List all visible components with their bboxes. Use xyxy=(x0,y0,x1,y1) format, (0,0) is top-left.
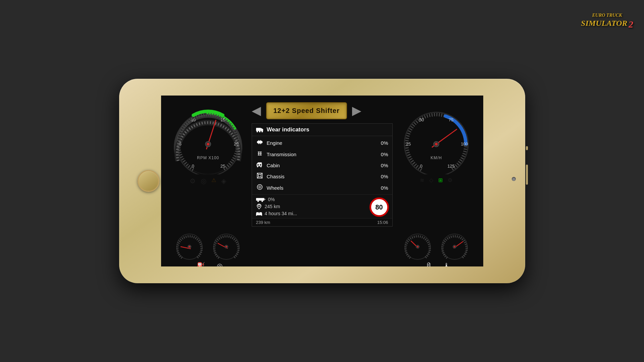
engine-icon xyxy=(256,139,263,146)
ets2-logo: EURO TRUCK SIMULATOR 2 xyxy=(580,7,634,34)
svg-rect-20 xyxy=(260,140,261,141)
trailer-row: 0% xyxy=(256,197,388,202)
svg-point-15 xyxy=(256,131,258,132)
wheels-label: Wheels xyxy=(267,185,371,191)
svg-text:50: 50 xyxy=(419,117,424,122)
svg-rect-45 xyxy=(256,198,264,201)
svg-point-73 xyxy=(226,246,227,248)
svg-rect-18 xyxy=(257,141,262,143)
chassis-label: Chassis xyxy=(267,174,371,179)
right-gauges: 0 25 50 75 100 125 xyxy=(396,101,477,227)
svg-point-17 xyxy=(261,131,263,132)
cabin-label: Cabin xyxy=(267,163,371,168)
cabin-icon xyxy=(256,162,263,169)
bed-icon xyxy=(256,211,262,216)
wear-item-cabin: Cabin 0% xyxy=(252,160,392,170)
speed-gauge-container: 0 25 50 75 100 125 xyxy=(396,101,477,174)
time-remaining: 4 hours 34 mi... xyxy=(265,211,297,216)
engine-label: Engine xyxy=(267,140,371,146)
small-gauge-icons-right: 🛢 🌡 xyxy=(422,262,450,266)
svg-rect-37 xyxy=(258,174,261,177)
svg-point-34 xyxy=(257,166,258,167)
top-row: ◀ 12+2 Speed Shifter ▶ xyxy=(252,101,393,121)
camera-button xyxy=(526,146,528,150)
home-button[interactable] xyxy=(138,170,159,192)
svg-marker-14 xyxy=(260,128,263,131)
wear-title: Wear indicators xyxy=(267,126,309,133)
small-gauge-icons-left: ⛽ ◎ xyxy=(193,262,222,266)
wear-item-wheels: Wheels 0% xyxy=(252,182,392,193)
svg-rect-19 xyxy=(258,140,259,141)
wear-items-list: Engine 0% xyxy=(252,136,392,194)
small-gauges-left-row xyxy=(174,230,242,260)
wheels-icon xyxy=(256,184,263,191)
power-button[interactable] xyxy=(526,165,528,185)
svg-point-46 xyxy=(257,200,258,202)
svg-text:100: 100 xyxy=(461,141,468,146)
svg-rect-52 xyxy=(259,212,262,214)
distance-value: 245 km xyxy=(265,204,280,209)
svg-point-11 xyxy=(207,143,209,145)
transmission-value: 0% xyxy=(375,152,388,157)
next-arrow[interactable]: ▶ xyxy=(352,104,361,118)
warning-light-service: ⚙ xyxy=(448,177,452,185)
phone-frame: 0 5 10 15 20 25 xyxy=(119,79,525,283)
svg-text:0: 0 xyxy=(420,164,422,169)
svg-point-44 xyxy=(259,187,260,188)
truck-icon xyxy=(256,127,263,133)
temp-gauge xyxy=(439,230,470,260)
oil-gauge xyxy=(402,230,434,260)
rpm-gauge-svg: 0 5 10 15 20 25 xyxy=(168,101,248,174)
temperature-icon: 🌡 xyxy=(443,262,450,266)
trailer-icon xyxy=(256,197,265,202)
warning-lights-left: ⚙ ◎ ⚠ ◈ xyxy=(190,176,226,186)
status-bar: 239 km 15:06 xyxy=(252,218,392,226)
svg-rect-33 xyxy=(260,164,261,166)
svg-point-69 xyxy=(189,246,190,248)
svg-text:25: 25 xyxy=(220,164,225,169)
warning-light-circle: ◎ xyxy=(201,177,206,185)
transmission-icon xyxy=(256,150,263,158)
svg-point-77 xyxy=(417,246,418,248)
svg-point-49 xyxy=(258,204,260,206)
shifter-display: 12+2 Speed Shifter xyxy=(266,102,347,119)
speed-limit-badge: 80 xyxy=(369,197,389,217)
cabin-value: 0% xyxy=(375,163,388,168)
wear-item-chassis: Chassis 0% xyxy=(252,171,392,182)
phone-screen: 0 5 10 15 20 25 xyxy=(161,96,483,266)
svg-rect-21 xyxy=(257,141,257,143)
warning-light-alert: ⚠ xyxy=(211,177,216,185)
svg-rect-32 xyxy=(257,164,258,166)
dashboard: 0 5 10 15 20 25 xyxy=(161,96,483,266)
wear-item-transmission: Transmission 0% xyxy=(252,149,392,160)
speed-gauge-svg: 0 25 50 75 100 125 xyxy=(396,101,477,174)
fuel-gauge xyxy=(174,230,205,260)
chassis-icon xyxy=(256,173,263,180)
wear-indicators-panel: Wear indicators xyxy=(252,123,393,227)
rpm-gauge-container: 0 5 10 15 20 25 xyxy=(168,101,248,174)
svg-text:KM/H: KM/H xyxy=(431,156,442,160)
km-display: 239 km xyxy=(256,220,270,225)
svg-point-16 xyxy=(259,131,260,132)
svg-point-47 xyxy=(261,200,263,202)
svg-point-35 xyxy=(260,166,261,167)
svg-rect-51 xyxy=(256,212,259,214)
transmission-label: Transmission xyxy=(267,152,371,157)
svg-rect-53 xyxy=(256,215,257,216)
bottom-right-gauges: 🛢 🌡 xyxy=(396,230,477,266)
wear-header: Wear indicators xyxy=(252,124,392,136)
ets2-logo-title: EURO TRUCK SIMULATOR 2 xyxy=(581,10,633,29)
fuel-icon: ⛽ xyxy=(197,262,205,266)
center-panel: ◀ 12+2 Speed Shifter ▶ xyxy=(252,101,393,227)
time-display: 15:06 xyxy=(377,220,388,225)
left-gauges: 0 5 10 15 20 25 xyxy=(168,101,248,227)
destination-icon xyxy=(256,203,262,209)
svg-rect-54 xyxy=(261,215,262,216)
engine-value: 0% xyxy=(375,140,388,146)
warning-light-parking: ◇ xyxy=(429,177,433,185)
warning-light-engine: ⚙ xyxy=(190,177,196,185)
prev-arrow[interactable]: ◀ xyxy=(252,104,261,118)
bottom-center xyxy=(248,230,396,266)
bottom-left-gauges: ⛽ ◎ xyxy=(168,230,248,266)
svg-marker-31 xyxy=(256,163,262,164)
